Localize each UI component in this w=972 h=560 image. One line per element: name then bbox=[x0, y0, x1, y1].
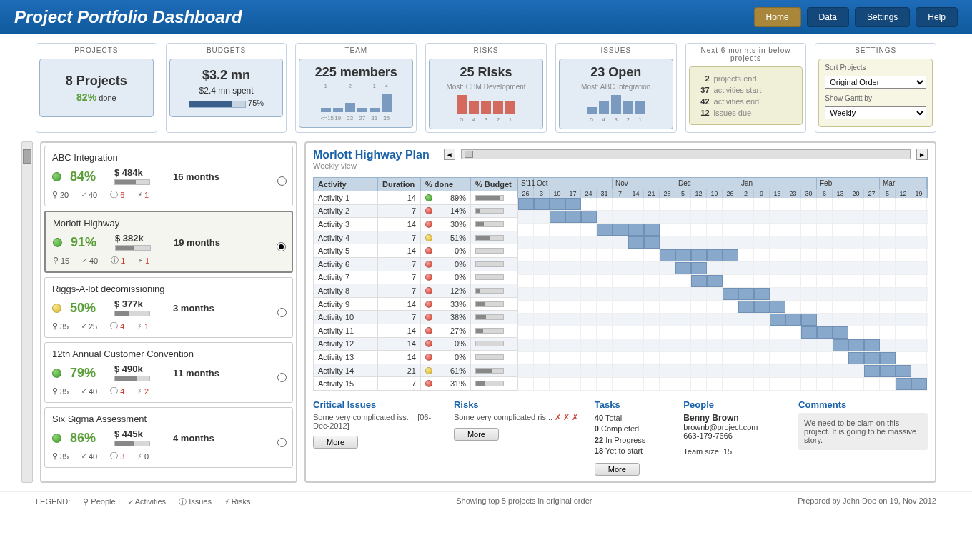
project-card[interactable]: Riggs-A-lot decomissioning 50% $ 377k 3 … bbox=[44, 277, 293, 338]
bolt-icon: ⚡ bbox=[137, 190, 142, 199]
gantt-scroll-slider[interactable] bbox=[461, 149, 911, 159]
project-card[interactable]: Morlott Highway 91% $ 382k 19 months ⚲ 1… bbox=[44, 211, 293, 273]
nav-data-button[interactable]: Data bbox=[807, 7, 849, 27]
bolt-icon: ⚡ bbox=[138, 256, 143, 265]
bolt-icon: ⚡ bbox=[137, 451, 142, 461]
card-settings: SETTINGS Sort Projects Original Order Sh… bbox=[815, 43, 936, 133]
issues-more-button[interactable]: More bbox=[313, 436, 358, 449]
project-select-radio[interactable] bbox=[277, 373, 287, 382]
budget-progress bbox=[189, 101, 246, 108]
activity-row: Activity 87 12% bbox=[314, 284, 517, 298]
activity-row: Activity 1114 27% bbox=[314, 324, 517, 337]
detail-title: Morlott Highway Plan bbox=[313, 149, 430, 161]
header-bar: Project Portfolio Dashboard HomeDataSett… bbox=[0, 0, 972, 34]
gantt-prev-button[interactable]: ◄ bbox=[444, 149, 455, 160]
project-card[interactable]: ABC Integration 84% $ 484k 16 months ⚲ 2… bbox=[44, 146, 293, 206]
detail-panel: Morlott Highway Plan Weekly view ◄ ► Act… bbox=[304, 141, 936, 483]
risk-bars bbox=[434, 94, 538, 114]
card-projects: PROJECTS 8 Projects 82% done bbox=[36, 43, 157, 133]
panel-tasks: Tasks 40 Total 0 Completed 22 In Progres… bbox=[595, 399, 673, 476]
activity-row: Activity 1314 0% bbox=[314, 351, 517, 364]
gantt-chart: S'11OctNovDecJanFebMar 26310172431714212… bbox=[517, 177, 928, 391]
activity-row: Activity 1214 0% bbox=[314, 337, 517, 351]
left-scrollbar[interactable] bbox=[21, 141, 33, 483]
activity-row: Activity 1421 61% bbox=[314, 364, 517, 377]
people-icon: ⚲ bbox=[52, 451, 58, 461]
nav-settings-button[interactable]: Settings bbox=[855, 7, 910, 27]
card-budgets: BUDGETS $3.2 mn $2.4 mn spent 75% bbox=[166, 43, 287, 133]
info-icon: ⓘ bbox=[110, 321, 118, 331]
summary-cards: PROJECTS 8 Projects 82% done BUDGETS $3.… bbox=[0, 34, 972, 141]
card-risks: RISKS 25 Risks Most: CBM Development 543… bbox=[425, 43, 547, 133]
risks-more-button[interactable]: More bbox=[454, 428, 499, 441]
bolt-icon: ⚡ bbox=[224, 497, 229, 506]
gantt-next-button[interactable]: ► bbox=[916, 149, 928, 160]
status-dot-icon bbox=[52, 304, 61, 313]
activity-row: Activity 157 31% bbox=[314, 377, 517, 391]
tasks-more-button[interactable]: More bbox=[595, 463, 640, 476]
activity-row: Activity 914 33% bbox=[314, 297, 517, 311]
project-card[interactable]: 12th Annual Customer Convention 79% $ 49… bbox=[44, 342, 293, 403]
gantt-by-select[interactable]: Weekly bbox=[825, 106, 926, 119]
footer: LEGEND: ⚲ People ✓ Activities ⓘ Issues ⚡… bbox=[0, 491, 972, 511]
activity-row: Activity 114 89% bbox=[314, 191, 517, 205]
app-title: Project Portfolio Dashboard bbox=[14, 7, 242, 27]
activity-row: Activity 514 0% bbox=[314, 244, 517, 258]
people-icon: ⚲ bbox=[83, 497, 89, 506]
nav: HomeDataSettingsHelp bbox=[754, 7, 958, 27]
people-icon: ⚲ bbox=[53, 256, 59, 265]
card-summary: Next 6 monhts in below projects 2project… bbox=[685, 43, 807, 133]
check-icon: ✓ bbox=[82, 256, 87, 265]
people-icon: ⚲ bbox=[52, 190, 58, 199]
status-dot-icon bbox=[52, 434, 61, 443]
project-list: ABC Integration 84% $ 484k 16 months ⚲ 2… bbox=[40, 141, 297, 483]
info-icon: ⓘ bbox=[110, 386, 118, 396]
panel-comments: Comments We need to be clam on this proj… bbox=[798, 399, 928, 476]
activity-row: Activity 67 0% bbox=[314, 257, 517, 271]
info-icon: ⓘ bbox=[111, 255, 119, 266]
nav-home-button[interactable]: Home bbox=[754, 7, 801, 27]
check-icon: ✓ bbox=[81, 321, 86, 331]
status-dot-icon bbox=[52, 369, 61, 378]
panel-people: People Benny Brown brownb@project.com 66… bbox=[683, 399, 787, 476]
status-dot-icon bbox=[52, 172, 61, 181]
activity-row: Activity 27 14% bbox=[314, 204, 517, 218]
project-card[interactable]: Six Sigma Assessment 86% $ 445k 4 months… bbox=[44, 407, 293, 468]
project-select-radio[interactable] bbox=[277, 308, 287, 317]
project-select-radio[interactable] bbox=[277, 242, 286, 251]
team-bars bbox=[304, 92, 408, 112]
bolt-icon: ⚡ bbox=[137, 321, 142, 331]
activity-row: Activity 107 38% bbox=[314, 311, 517, 324]
panel-issues: Critical Issues Some very complicated is… bbox=[313, 399, 442, 476]
card-issues: ISSUES 23 Open Most: ABC Integration 543… bbox=[555, 43, 677, 133]
info-icon: ⓘ bbox=[179, 497, 187, 506]
people-icon: ⚲ bbox=[52, 321, 58, 331]
check-icon: ✓ bbox=[81, 190, 86, 199]
check-icon: ✓ bbox=[129, 497, 134, 506]
check-icon: ✓ bbox=[81, 386, 86, 396]
issue-bars bbox=[564, 94, 668, 114]
card-team: TEAM 225 members 1214 <=151923273135 bbox=[295, 43, 417, 133]
activity-table: ActivityDuration% done% Budget Activity … bbox=[313, 177, 517, 391]
project-select-radio[interactable] bbox=[277, 176, 287, 186]
project-select-radio[interactable] bbox=[277, 438, 287, 447]
activity-row: Activity 314 30% bbox=[314, 218, 517, 231]
info-icon: ⓘ bbox=[110, 189, 118, 200]
bolt-icon: ⚡ bbox=[137, 386, 142, 396]
people-icon: ⚲ bbox=[52, 386, 58, 396]
check-icon: ✓ bbox=[81, 451, 86, 461]
panel-risks: Risks Some very complicated ris... ✗ ✗ ✗… bbox=[454, 399, 583, 476]
sort-projects-select[interactable]: Original Order bbox=[825, 76, 926, 89]
status-dot-icon bbox=[53, 238, 62, 247]
info-icon: ⓘ bbox=[110, 451, 118, 461]
nav-help-button[interactable]: Help bbox=[916, 7, 958, 27]
activity-row: Activity 77 0% bbox=[314, 271, 517, 284]
activity-row: Activity 47 51% bbox=[314, 231, 517, 244]
